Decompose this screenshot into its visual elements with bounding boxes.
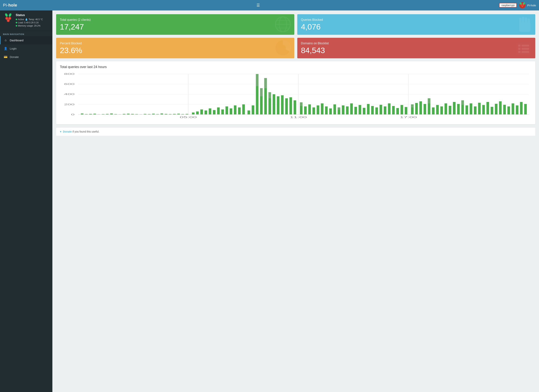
svg-rect-21 <box>519 18 522 24</box>
svg-rect-107 <box>317 105 319 115</box>
status-title: Status <box>16 14 49 17</box>
svg-rect-109 <box>325 106 327 114</box>
svg-rect-101 <box>289 97 292 114</box>
svg-rect-135 <box>436 105 439 115</box>
svg-rect-131 <box>419 101 422 114</box>
svg-point-13 <box>9 17 11 19</box>
svg-rect-123 <box>384 106 386 114</box>
svg-rect-105 <box>308 104 311 114</box>
sidebar-item-dashboard[interactable]: ⌂ Dashboard <box>0 36 52 44</box>
svg-rect-163 <box>461 100 464 105</box>
card-value-queries-blocked: 4,076 <box>301 23 323 31</box>
svg-rect-159 <box>300 102 303 106</box>
navbar-username: Pi-hole <box>527 4 536 7</box>
card-percent-blocked: Percent Blocked 23.6% <box>56 38 294 58</box>
svg-point-4 <box>521 4 522 6</box>
svg-point-5 <box>523 4 524 6</box>
navbar-user: Pi-hole <box>519 2 536 9</box>
sidebar: Status Active 💧 Temp: 46.5 °C Load: 0.49… <box>0 10 52 392</box>
sidebar-status: Status Active 💧 Temp: 46.5 °C Load: 0.49… <box>0 10 52 31</box>
sidebar-item-label-dashboard: Dashboard <box>10 39 23 42</box>
svg-text:600: 600 <box>64 83 74 85</box>
svg-rect-114 <box>346 106 349 114</box>
svg-rect-117 <box>359 105 361 115</box>
status-load: Load: 0.49 0.26 0.16 <box>18 21 38 24</box>
main-layout: Status Active 💧 Temp: 46.5 °C Load: 0.49… <box>0 10 539 392</box>
temp-icon: 💧 <box>25 18 28 21</box>
svg-text:05:00: 05:00 <box>180 116 197 119</box>
load-dot <box>16 22 17 23</box>
svg-rect-137 <box>444 103 447 115</box>
svg-rect-88 <box>242 104 245 114</box>
svg-rect-84 <box>226 106 228 114</box>
login-icon: 👤 <box>4 47 7 50</box>
svg-rect-158 <box>269 92 271 98</box>
svg-rect-149 <box>495 104 497 114</box>
svg-rect-161 <box>411 104 414 107</box>
svg-rect-118 <box>363 108 365 115</box>
svg-text:800: 800 <box>64 72 74 75</box>
svg-rect-150 <box>499 101 502 114</box>
svg-rect-111 <box>333 104 336 114</box>
svg-rect-86 <box>234 105 236 115</box>
footer-heart-icon: ♥ <box>60 130 61 133</box>
svg-rect-90 <box>252 105 254 115</box>
status-memory-row: Memory usage: 29.2% <box>16 24 49 27</box>
svg-rect-142 <box>466 105 468 115</box>
svg-rect-78 <box>200 109 203 114</box>
svg-rect-125 <box>392 106 395 115</box>
svg-rect-146 <box>482 105 485 115</box>
svg-text:200: 200 <box>64 103 74 106</box>
svg-rect-115 <box>350 103 353 115</box>
pihole-nav-logo <box>519 2 526 9</box>
svg-rect-76 <box>192 113 195 115</box>
svg-text:11:00: 11:00 <box>290 116 307 119</box>
sidebar-item-label-donate: Donate <box>10 55 19 58</box>
donate-icon: 💳 <box>4 55 7 59</box>
card-label-queries-blocked: Queries Blocked <box>301 18 323 22</box>
svg-rect-147 <box>486 102 489 114</box>
sidebar-item-donate[interactable]: 💳 Donate <box>0 53 52 61</box>
chart-title: Total queries over last 24 hours <box>60 65 532 69</box>
svg-point-8 <box>8 14 12 17</box>
svg-rect-134 <box>432 108 435 115</box>
svg-rect-153 <box>512 103 514 115</box>
svg-rect-140 <box>457 104 460 114</box>
footer-donate-link[interactable]: Donate <box>63 130 72 133</box>
hostname-badge: raspberrypi <box>499 3 517 7</box>
card-text-domains-blocklist: Domains on Blocklist 84,543 <box>301 42 329 54</box>
svg-rect-136 <box>440 106 443 114</box>
svg-rect-69 <box>160 113 163 114</box>
svg-rect-31 <box>522 48 529 50</box>
svg-rect-67 <box>152 114 155 114</box>
card-queries-blocked: Queries Blocked 4,076 <box>297 14 535 35</box>
svg-rect-82 <box>217 108 220 115</box>
svg-rect-81 <box>213 110 216 115</box>
svg-rect-23 <box>525 17 527 23</box>
footer: ♥ Donate if you found this useful. <box>56 127 535 136</box>
svg-rect-85 <box>230 109 232 115</box>
svg-rect-162 <box>428 98 430 103</box>
svg-rect-53 <box>93 114 96 114</box>
svg-rect-160 <box>338 108 340 110</box>
svg-rect-148 <box>491 107 493 114</box>
svg-rect-113 <box>342 105 344 115</box>
svg-rect-99 <box>281 95 284 115</box>
svg-rect-29 <box>522 45 529 47</box>
svg-rect-124 <box>388 103 390 115</box>
svg-rect-144 <box>474 106 476 114</box>
svg-rect-126 <box>396 108 399 115</box>
card-icon-list <box>515 41 532 58</box>
status-temp: Temp: 46.5 °C <box>29 18 43 21</box>
svg-rect-130 <box>415 103 418 115</box>
svg-rect-97 <box>273 94 275 114</box>
sidebar-item-login[interactable]: 👤 Login <box>0 44 52 53</box>
chart-svg: 800 600 400 200 0 05:00 <box>60 72 532 121</box>
svg-rect-24 <box>528 19 530 24</box>
hamburger-button[interactable]: ☰ <box>256 3 260 7</box>
svg-point-6 <box>522 6 523 7</box>
svg-rect-138 <box>449 106 451 115</box>
card-label-percent-blocked: Percent Blocked <box>60 42 82 45</box>
memory-dot <box>16 25 17 27</box>
card-text-percent-blocked: Percent Blocked 23.6% <box>60 42 82 54</box>
